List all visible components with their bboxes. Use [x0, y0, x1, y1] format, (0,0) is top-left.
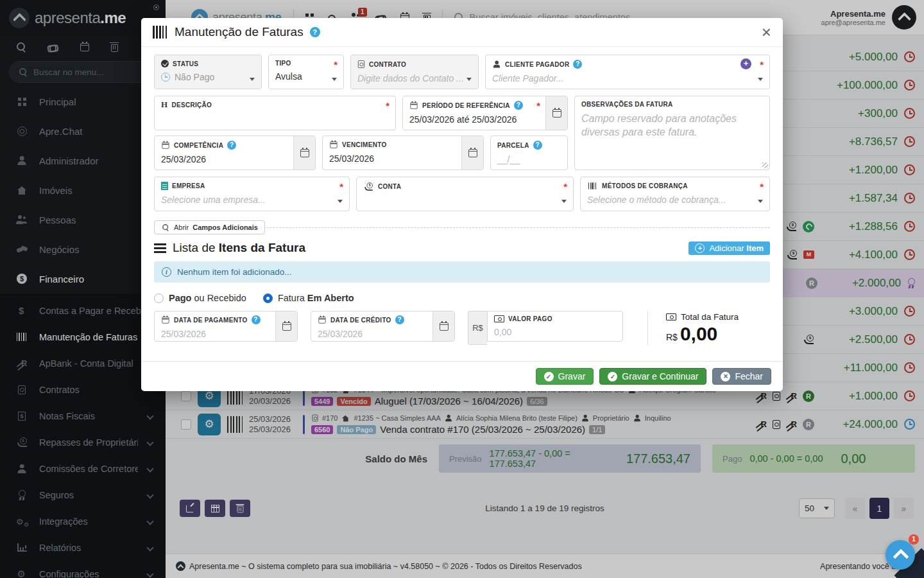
calendar-addon[interactable] — [275, 311, 297, 341]
contract-icon — [358, 60, 364, 68]
money-icon — [666, 313, 676, 320]
calendar-icon — [330, 141, 337, 148]
help-icon[interactable]: ? — [573, 60, 582, 69]
competencia-field[interactable]: COMPETÊNCIA? 25/03/2026 — [154, 136, 316, 170]
empty-items-text: Nenhum item foi adicionado... — [177, 267, 292, 277]
help-icon[interactable]: ? — [252, 315, 261, 324]
required-star: * — [760, 181, 764, 192]
required-star: * — [386, 100, 389, 111]
help-icon[interactable]: ? — [533, 141, 542, 150]
items-section-title: Lista de Itens da Fatura — [173, 241, 305, 255]
help-icon[interactable]: ? — [227, 141, 236, 150]
chevron-down-icon — [332, 78, 337, 81]
total-label: Total da Fatura — [681, 312, 739, 322]
gravar-e-continuar-button[interactable]: ✓Gravar e Continuar — [599, 368, 706, 385]
calendar-icon — [162, 317, 169, 323]
competencia-value: 25/03/2026 — [161, 154, 206, 164]
calendar-icon — [468, 149, 477, 157]
required-star: * — [339, 181, 343, 192]
required-star: * — [760, 59, 764, 70]
radio-fatura-em-aberto[interactable]: Fatura Em Aberto — [263, 293, 354, 303]
currency-addon: R$ — [468, 311, 487, 345]
info-icon — [162, 267, 171, 277]
chevron-down-icon — [466, 78, 472, 81]
valor-pago-field[interactable]: VALOR PAGO 0,00 — [487, 311, 623, 342]
calendar-icon — [318, 317, 325, 323]
calendar-addon[interactable] — [293, 136, 315, 170]
fechar-button[interactable]: ×Fechar — [712, 368, 771, 385]
status-field[interactable]: STATUS Não Pago — [154, 55, 262, 89]
status-icon — [161, 60, 169, 67]
required-star: * — [563, 181, 567, 192]
divider — [647, 311, 648, 345]
total-value: 0,00 — [680, 323, 717, 344]
x-circle-icon: × — [721, 372, 730, 381]
data-credito-field[interactable]: DATA DE CRÉDITO? 25/03/2026 — [311, 311, 455, 342]
money-icon — [494, 315, 504, 322]
abrir-campos-adicionais-button[interactable]: Abrir Campos Adicionais — [154, 220, 265, 234]
status-value: Não Pago — [175, 72, 214, 82]
gravar-button[interactable]: ✓Gravar — [536, 368, 594, 385]
tipo-value: Avulsa — [275, 71, 302, 82]
list-icon — [154, 243, 166, 253]
calendar-icon — [300, 149, 309, 157]
data-pagamento-field[interactable]: DATA DE PAGAMENTO? 25/03/2026 — [154, 311, 298, 342]
periodo-referencia-field[interactable]: PERÍODO DE REFERÊNCIA? 25/03/2026 até 25… — [402, 96, 568, 130]
calendar-addon[interactable] — [432, 311, 454, 341]
calendar-icon — [410, 102, 417, 109]
hand-coin-icon — [364, 182, 373, 191]
calendar-icon — [282, 322, 291, 331]
chevron-down-icon — [758, 78, 763, 81]
help-icon[interactable]: ? — [395, 315, 404, 324]
help-icon[interactable]: ? — [310, 27, 320, 37]
conta-field[interactable]: CONTA * — [356, 177, 574, 211]
clock-icon — [161, 73, 170, 82]
radio-checked-icon — [263, 293, 273, 303]
total-fatura-block: Total da Fatura R$0,00 — [666, 311, 739, 345]
chat-badge: 1 — [909, 534, 919, 545]
observacoes-placeholder: Campo reservado para anotações diversas … — [581, 112, 763, 139]
metodos-cobranca-field[interactable]: MÉTODOS DE COBRANÇA Selecione o método d… — [580, 177, 770, 211]
valor-pago-group: R$ VALOR PAGO 0,00 — [468, 311, 623, 345]
calendar-addon[interactable] — [461, 136, 483, 170]
add-client-button[interactable]: + — [740, 58, 751, 69]
check-circle-icon: ✓ — [608, 372, 617, 381]
radio-pago-recebido[interactable]: Pago ou Recebido — [154, 293, 246, 303]
required-star: * — [334, 59, 338, 70]
contrato-placeholder: Digite dados do Contato ... — [357, 73, 464, 83]
close-icon[interactable]: × — [762, 26, 771, 39]
empresa-field[interactable]: EMPRESA Selecione uma empresa... * — [154, 177, 350, 211]
observacoes-field[interactable]: OBSERVAÇÕES DA FATURA Campo reservado pa… — [574, 96, 770, 170]
calendar-icon — [162, 142, 169, 148]
vencimento-field[interactable]: VENCIMENTO 25/03/2026 — [322, 136, 484, 170]
contrato-field[interactable]: CONTRATO Digite dados do Contato ... — [350, 55, 479, 89]
valor-pago-placeholder: 0,00 — [494, 327, 511, 337]
person-icon — [493, 60, 500, 67]
plus-circle-icon: + — [695, 243, 705, 253]
barcode-icon — [588, 182, 597, 189]
chat-fab-button[interactable] — [886, 540, 915, 570]
chevron-down-icon — [250, 78, 255, 81]
add-item-button[interactable]: + Adicionar Item — [689, 241, 770, 255]
radio-icon — [154, 293, 164, 303]
chevron-down-icon — [338, 200, 343, 203]
calendar-icon — [552, 109, 561, 118]
empty-items-alert: Nenhum item foi adicionado... — [154, 261, 770, 283]
help-icon[interactable]: ? — [514, 101, 523, 110]
parcela-field[interactable]: PARCELA? __/__ — [490, 136, 568, 170]
tipo-field[interactable]: TIPO Avulsa * — [268, 55, 344, 89]
vencimento-value: 25/03/2026 — [329, 153, 374, 164]
cliente-pagador-field[interactable]: CLIENTE PAGADOR? Cliente Pagador... * + — [485, 55, 770, 89]
metodos-placeholder: Selecione o método de cobrança... — [587, 195, 726, 205]
building-icon — [161, 182, 168, 190]
calendar-icon — [440, 322, 449, 331]
chevron-down-icon — [758, 200, 763, 203]
descricao-field[interactable]: HDESCRIÇÃO * — [154, 96, 396, 130]
search-icon — [162, 224, 169, 231]
calendar-addon[interactable] — [545, 96, 567, 130]
parcela-placeholder: __/__ — [497, 154, 520, 164]
barcode-icon — [153, 26, 168, 39]
periodo-value: 25/03/2026 até 25/03/2026 — [409, 114, 517, 125]
cliente-placeholder: Cliente Pagador... — [492, 73, 564, 83]
empresa-placeholder: Selecione uma empresa... — [161, 195, 266, 205]
